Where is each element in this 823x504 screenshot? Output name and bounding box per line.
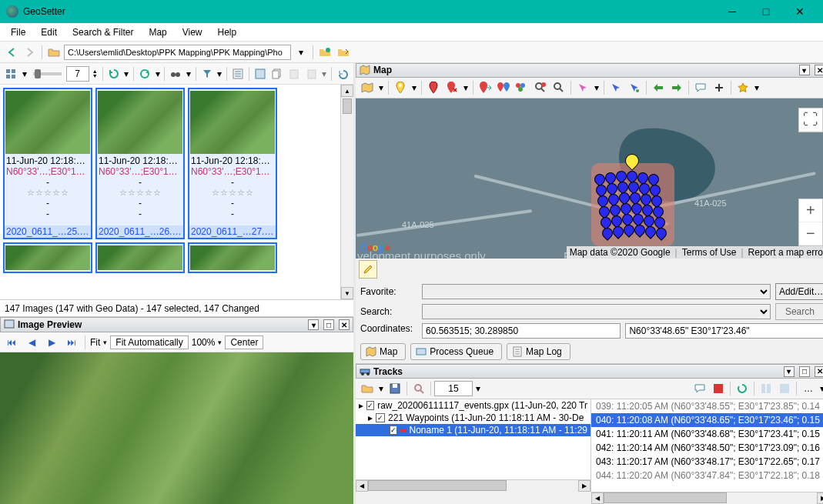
tab-map[interactable]: Map bbox=[360, 343, 406, 360]
tree-h-scroll[interactable]: ◀▶ bbox=[356, 479, 590, 492]
first-image-icon[interactable]: ⏮ bbox=[3, 334, 20, 351]
checkbox[interactable]: ✓ bbox=[366, 401, 374, 410]
track-number-input[interactable] bbox=[434, 381, 473, 396]
prev-image-icon[interactable]: ◀ bbox=[23, 334, 40, 351]
fullscreen-button[interactable]: ⛶ bbox=[798, 108, 823, 132]
thumb-rating[interactable]: ☆☆☆☆☆ bbox=[189, 188, 276, 198]
cursor-pink-icon[interactable] bbox=[574, 79, 591, 96]
panel-close-button[interactable]: ✕ bbox=[815, 65, 823, 75]
folder-open-icon[interactable] bbox=[45, 44, 62, 61]
thumbnail-card[interactable]: 11-Jun-20 12:18:2… N60°33'…;E30°17… - ☆☆… bbox=[188, 88, 277, 239]
layout2-icon[interactable] bbox=[776, 380, 793, 397]
marker-red-x-icon[interactable] bbox=[443, 79, 460, 96]
waypoint-row[interactable]: 039: 11:20:05 AM (N60°33'48.55"; E30°17'… bbox=[591, 399, 823, 413]
tracks-tree[interactable]: ▸ ✓ raw_202006111117_events.gpx (11-Jun-… bbox=[356, 399, 591, 492]
panel-close-button[interactable]: ✕ bbox=[815, 366, 823, 377]
more-dropdown[interactable]: ▾ bbox=[818, 380, 823, 397]
add-edit-button[interactable]: Add/Edit… bbox=[775, 283, 823, 300]
map-type-icon[interactable] bbox=[359, 79, 376, 96]
minimize-button[interactable]: ─ bbox=[715, 0, 749, 23]
panel-dropdown-button[interactable]: ▾ bbox=[799, 65, 810, 75]
marker-arrow-icon[interactable] bbox=[477, 79, 493, 96]
cursor-dropdown[interactable]: ▾ bbox=[593, 79, 601, 96]
markers-pair-icon[interactable] bbox=[495, 79, 512, 96]
waypoint-row[interactable]: 043: 11:20:17 AM (N60°33'48.17"; E30°17'… bbox=[591, 455, 823, 469]
menu-view[interactable]: View bbox=[175, 25, 210, 39]
tree-track-row[interactable]: ✓ Noname 1 (11-Jun-20, 11:18:11 AM - 11:… bbox=[356, 424, 590, 436]
copy-icon[interactable] bbox=[269, 65, 285, 82]
maximize-button[interactable]: □ bbox=[749, 0, 783, 23]
bubble-icon[interactable] bbox=[691, 380, 708, 397]
waypoint-row[interactable]: 040: 11:20:08 AM (N60°33'48.65"; E30°17'… bbox=[591, 413, 823, 427]
grid-scrollbar[interactable]: ▲ ▼ bbox=[340, 85, 353, 299]
open-dropdown[interactable]: ▾ bbox=[377, 380, 385, 397]
thumbnail-card[interactable]: 11-Jun-20 12:18:2… N60°33'…;E30°17… - ☆☆… bbox=[95, 88, 185, 239]
zoom-in-button[interactable]: + bbox=[799, 199, 822, 222]
center-button[interactable]: Center bbox=[225, 335, 263, 349]
tab-map-log[interactable]: Map Log bbox=[507, 343, 570, 360]
coords-decimal-input[interactable] bbox=[422, 323, 621, 339]
path-dropdown-button[interactable]: ▾ bbox=[293, 44, 309, 61]
checkbox[interactable]: ✓ bbox=[376, 413, 385, 422]
panel-detach-button[interactable]: □ bbox=[323, 319, 334, 330]
folder-fav-icon[interactable] bbox=[316, 44, 333, 61]
thumb-size-input[interactable] bbox=[66, 66, 89, 82]
refresh-icon[interactable] bbox=[106, 65, 122, 82]
path-input[interactable] bbox=[64, 45, 291, 60]
pencil-icon[interactable] bbox=[359, 260, 377, 279]
thumb-size-slider[interactable] bbox=[33, 72, 61, 75]
cursor-blue-icon[interactable] bbox=[607, 79, 624, 96]
arrow-right-green-icon[interactable] bbox=[668, 79, 685, 96]
refresh-tracks-icon[interactable] bbox=[734, 380, 751, 397]
waypoint-row[interactable]: 041: 11:20:11 AM (N60°33'48.68"; E30°17'… bbox=[591, 427, 823, 441]
panel-close-button[interactable]: ✕ bbox=[339, 319, 350, 330]
menu-map[interactable]: Map bbox=[141, 25, 174, 39]
reload-icon[interactable] bbox=[137, 65, 152, 82]
zoom-marker-icon[interactable] bbox=[532, 79, 549, 96]
thumbnail-card[interactable] bbox=[188, 242, 277, 273]
coords-dms-input[interactable] bbox=[625, 323, 823, 339]
zoom-out-button[interactable]: − bbox=[799, 222, 822, 245]
fit-mode-button[interactable]: Fit Automatically bbox=[110, 335, 188, 349]
save-track-icon[interactable] bbox=[386, 380, 403, 397]
waypoint-row[interactable]: 042: 11:20:14 AM (N60°33'48.50"; E30°17'… bbox=[591, 441, 823, 455]
thumb-rating[interactable]: ☆☆☆☆☆ bbox=[97, 188, 183, 198]
undo-icon[interactable] bbox=[335, 65, 350, 82]
image-preview[interactable] bbox=[0, 352, 353, 504]
paste2-icon[interactable] bbox=[304, 65, 319, 82]
marker-yellow-icon[interactable] bbox=[392, 79, 409, 96]
menu-file[interactable]: File bbox=[3, 25, 33, 39]
last-image-icon[interactable]: ⏭ bbox=[63, 334, 80, 351]
folder-tree-icon[interactable] bbox=[335, 44, 352, 61]
select-all-icon[interactable] bbox=[253, 65, 268, 82]
arrow-left-green-icon[interactable] bbox=[650, 79, 667, 96]
waypoint-list[interactable]: 039: 11:20:05 AM (N60°33'48.55"; E30°17'… bbox=[591, 399, 823, 492]
report-link[interactable]: Report a map error bbox=[748, 247, 823, 258]
binoculars-dropdown[interactable]: ▾ bbox=[185, 65, 192, 82]
star-dropdown[interactable]: ▾ bbox=[753, 79, 761, 96]
paste-dropdown[interactable]: ▾ bbox=[321, 65, 328, 82]
thumb-view-icon[interactable] bbox=[3, 65, 18, 82]
panel-dropdown-button[interactable]: ▾ bbox=[784, 366, 795, 377]
thumb-rating[interactable]: ☆☆☆☆☆ bbox=[5, 188, 91, 198]
tree-file-row[interactable]: ▸ ✓ raw_202006111117_events.gpx (11-Jun-… bbox=[356, 399, 590, 412]
favorite-select[interactable] bbox=[422, 284, 771, 299]
thumbnail-card[interactable] bbox=[3, 242, 92, 273]
speech-bubble-icon[interactable] bbox=[692, 79, 709, 96]
panel-detach-button[interactable]: □ bbox=[799, 366, 810, 377]
tab-process-queue[interactable]: Process Queue bbox=[410, 343, 502, 360]
more-icon[interactable]: … bbox=[800, 380, 817, 397]
funnel-dropdown[interactable]: ▾ bbox=[216, 65, 223, 82]
star-icon[interactable] bbox=[734, 79, 751, 96]
thumb-view-dropdown[interactable]: ▾ bbox=[20, 65, 28, 82]
paste-icon[interactable] bbox=[286, 65, 302, 82]
map-type-dropdown[interactable]: ▾ bbox=[377, 79, 385, 96]
track-num-dropdown[interactable]: ▾ bbox=[474, 380, 482, 397]
reload-dropdown[interactable]: ▾ bbox=[154, 65, 161, 82]
wp-h-scroll[interactable]: ◀▶ bbox=[591, 492, 823, 504]
thumbnail-card[interactable]: 11-Jun-20 12:18:1… N60°33'…;E30°17… - ☆☆… bbox=[3, 88, 92, 239]
list-check-icon[interactable] bbox=[230, 65, 246, 82]
stop-icon[interactable] bbox=[710, 380, 727, 397]
checkbox[interactable]: ✓ bbox=[390, 426, 397, 435]
search-input[interactable] bbox=[422, 304, 771, 319]
